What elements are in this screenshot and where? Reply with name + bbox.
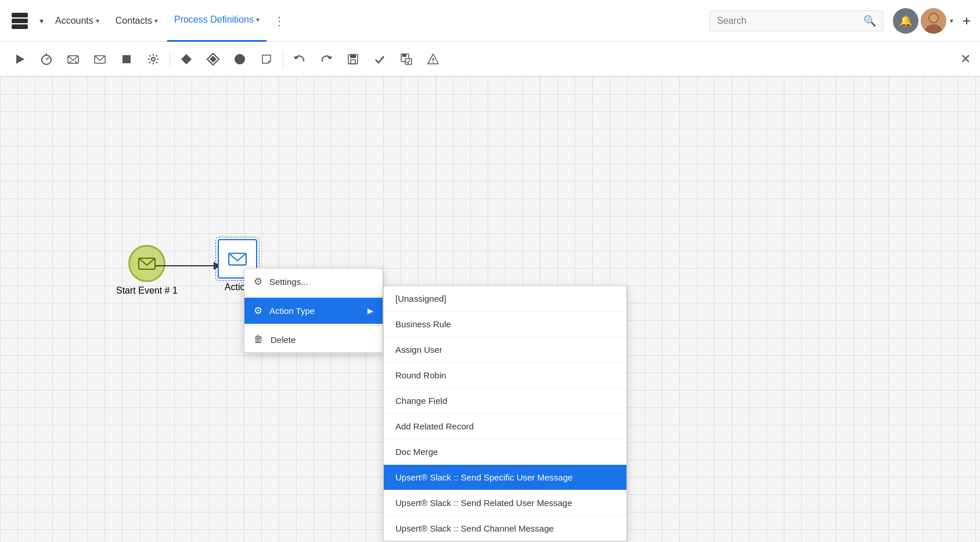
arrow-body [156,265,214,266]
process-definitions-chevron-icon: ▾ [256,16,260,24]
svg-marker-19 [210,56,217,63]
submenu-arrow-icon: ▶ [368,306,373,315]
context-menu-separator-1 [244,296,383,297]
svg-rect-23 [351,60,355,64]
timer-button[interactable] [34,46,59,72]
context-menu-delete[interactable]: 🗑 Delete [244,327,383,352]
note-button[interactable] [254,46,279,72]
svg-rect-2 [12,24,28,29]
inclusive-gateway-button[interactable] [200,46,226,72]
submenu-upsert-slack-related-label: Upsert® Slack :: Send Related User Messa… [395,498,572,508]
svg-point-29 [433,62,434,63]
undo-icon [294,53,305,65]
canvas: Start Event # 1 Action ⚙ Settings... ⚙ A… [0,77,980,542]
submenu-upsert-slack-channel-label: Upsert® Slack :: Send Channel Message [395,523,554,533]
nav-process-definitions[interactable]: Process Definitions ▾ [167,0,266,42]
notifications-button[interactable]: 🔔 [893,8,918,34]
svg-point-20 [235,54,245,64]
saveas-button[interactable] [394,46,419,72]
submenu-add-related-record[interactable]: Add Related Record [384,414,626,439]
add-button[interactable]: + [963,13,971,29]
avatar-chevron-icon[interactable]: ▾ [950,17,953,25]
exclusive-icon [181,53,192,65]
start-event-mail-icon [138,254,156,273]
svg-rect-25 [402,54,406,57]
submenu-round-robin-label: Round Robin [395,370,446,380]
note-icon [261,53,272,65]
action-type-submenu: [Unassigned] Business Rule Assign User R… [383,286,627,541]
submenu-doc-merge[interactable]: Doc Merge [384,439,626,465]
contacts-chevron-icon: ▾ [154,17,158,25]
start-event-label: Start Event # 1 [116,286,178,296]
save-button[interactable] [340,46,366,72]
gear-button[interactable] [140,46,166,72]
submenu-upsert-slack-specific[interactable]: Upsert® Slack :: Send Specific User Mess… [384,465,626,490]
search-bar: 🔍 [709,10,884,31]
submenu-assign-user-label: Assign User [395,345,442,355]
accounts-chevron-icon: ▾ [96,17,99,25]
submenu-upsert-slack-channel[interactable]: Upsert® Slack :: Send Channel Message [384,516,626,541]
submenu-unassigned[interactable]: [Unassigned] [384,286,626,312]
submenu-round-robin[interactable]: Round Robin [384,363,626,388]
start-event[interactable]: Start Event # 1 [116,245,178,296]
submenu-change-field-label: Change Field [395,396,447,406]
submenu-upsert-slack-specific-label: Upsert® Slack :: Send Specific User Mess… [395,472,572,482]
parallel-icon [234,53,246,65]
submenu-unassigned-label: [Unassigned] [395,294,446,303]
submenu-business-rule-label: Business Rule [395,319,451,329]
submenu-assign-user[interactable]: Assign User [384,337,626,363]
nav-more-button[interactable]: ⋮ [269,14,290,28]
play-button[interactable] [7,46,33,72]
mail-icon [94,53,106,65]
nav-accounts[interactable]: Accounts ▾ [48,0,106,42]
submenu-upsert-slack-related[interactable]: Upsert® Slack :: Send Related User Messa… [384,490,626,516]
submenu-change-field[interactable]: Change Field [384,388,626,414]
search-icon[interactable]: 🔍 [863,15,876,27]
parallel-gateway-button[interactable] [227,46,253,72]
submenu-business-rule[interactable]: Business Rule [384,312,626,337]
avatar[interactable] [921,8,946,34]
svg-rect-22 [350,55,356,58]
undo-button[interactable] [287,46,312,72]
redo-button[interactable] [314,46,339,72]
receive-button[interactable] [60,46,86,72]
svg-rect-0 [12,13,28,17]
nav-contacts[interactable]: Contacts ▾ [109,0,165,42]
stop-button[interactable] [114,46,139,72]
close-button[interactable]: ✕ [960,52,971,67]
avatar-image [921,8,946,34]
context-menu: ⚙ Settings... ⚙ Action Type ▶ 🗑 Delete [244,268,383,353]
context-menu-settings[interactable]: ⚙ Settings... [244,269,383,295]
timer-icon [41,53,52,65]
search-input[interactable] [717,16,859,26]
logo-chevron[interactable]: ▾ [37,14,46,28]
svg-rect-1 [12,19,28,23]
context-menu-separator-2 [244,325,383,326]
bell-icon: 🔔 [899,15,912,27]
redo-icon [320,53,332,65]
svg-rect-15 [123,55,131,63]
flow-arrow [156,262,221,270]
action-type-icon: ⚙ [254,305,262,317]
nav-contacts-label: Contacts [116,16,152,26]
toolbar: ✕ [0,42,980,77]
svg-point-6 [929,14,938,22]
warnings-button[interactable] [420,46,446,72]
nav-logo[interactable] [9,10,30,31]
saveas-icon [400,53,413,66]
context-menu-action-type[interactable]: ⚙ Action Type ▶ [244,298,383,324]
svg-marker-17 [181,54,192,64]
receive-icon [67,53,79,65]
context-menu-settings-label: Settings... [269,277,308,287]
separator-2 [283,50,283,68]
delete-icon: 🗑 [254,334,264,345]
mail-button[interactable] [87,46,113,72]
validate-button[interactable] [367,46,392,72]
exclusive-gateway-button[interactable] [174,46,199,72]
svg-line-10 [46,57,49,60]
checkmark-icon [374,53,385,65]
save-icon [347,53,359,65]
context-menu-delete-label: Delete [271,335,296,345]
separator-1 [170,50,170,68]
nav-process-definitions-label: Process Definitions [174,15,254,25]
